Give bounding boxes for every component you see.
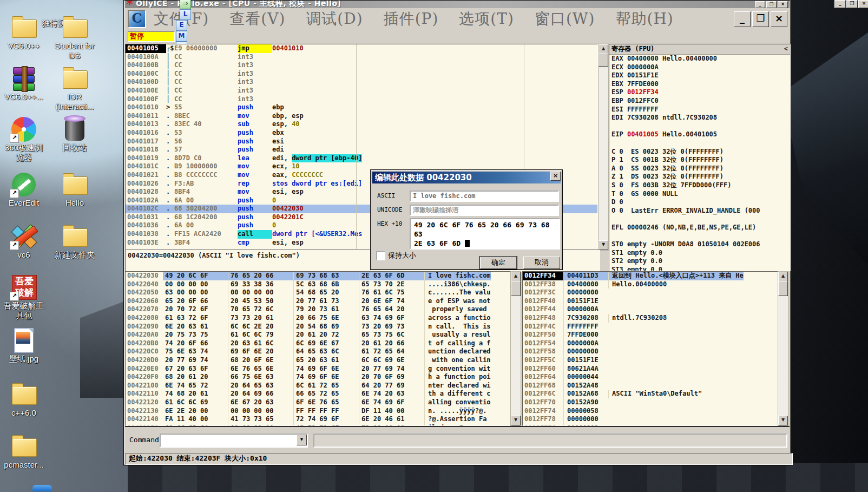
register-line[interactable]: S 0 FS 003B 32位 7FFDD000(FFF) [611, 181, 790, 190]
mdi-close-button[interactable]: × [771, 11, 787, 27]
register-line[interactable]: EDI 7C930208 ntdll.7C930208 [611, 114, 790, 122]
dump-row[interactable]: 004221306E 2E 20 0000 00 00 00FF FF FF F… [126, 407, 511, 416]
stack-row[interactable]: 0012FF540000000A [523, 339, 778, 348]
keep-size-checkbox[interactable] [376, 251, 385, 260]
scroll-down-icon[interactable]: ▼ [599, 240, 608, 250]
disasm-row[interactable]: 00401013.83EC 40subesp, 40 [126, 120, 597, 129]
chevron-down-icon[interactable]: ▼ [297, 435, 307, 445]
dump-row[interactable]: 00422140FA 11 40 0041 73 73 6572 74 69 6… [126, 415, 511, 424]
disasm-row[interactable]: 00401018.57pushedi [126, 146, 597, 154]
desktop-icon--jpg[interactable]: 壁纸.jpg [0, 328, 48, 364]
scroll-up-icon[interactable]: ▲ [778, 272, 788, 281]
disasm-row[interactable]: 00401017.56pushesi [126, 137, 597, 146]
desktop-icon--[interactable]: 回收站 [51, 117, 98, 153]
register-line[interactable]: ST2 empty 0.0 [611, 257, 790, 266]
register-line[interactable]: ST0 empty -UNORM D0A8 01050104 002E006 [611, 240, 790, 249]
desktop-icon-vc6-0-[interactable]: VC6.0++ [0, 15, 48, 51]
stack-row[interactable]: 0012FF7000152A90 [523, 398, 778, 407]
disasm-row[interactable]: 00401016.53pushebx [126, 129, 597, 137]
desktop-icon-vc6[interactable]: ↗vc6 [0, 224, 48, 260]
stack-row[interactable]: 0012FF6080621A4A [523, 365, 778, 373]
mdi-minimize-button[interactable]: _ [734, 11, 751, 27]
dump-row[interactable]: 0042212061 6C 6C 696E 67 20 636F 6E 76 6… [126, 398, 511, 407]
register-line[interactable] [611, 215, 790, 224]
menu-item-1[interactable]: 查看(V) [229, 10, 285, 28]
dump-row[interactable]: 004220B074 20 6F 6620 63 61 6C6C 69 6E 6… [126, 339, 511, 348]
stack-row[interactable]: 0012FF3800400000Hello.00400000 [523, 280, 778, 289]
stack-pane[interactable]: 0012FF34004011D3返回到 Hello.<模块入口点>+113 来自… [522, 271, 779, 426]
window-minimize-button[interactable]: _ [755, 1, 765, 8]
log-window-button[interactable]: L [180, 9, 191, 20]
disasm-row[interactable]: 00401005┌$E9 06000000jmp00401010 [126, 44, 597, 53]
disasm-row[interactable]: 0040100C│CCint3 [126, 70, 597, 78]
hex-input[interactable]: 49 20 6C 6F 76 65 20 66 69 73 68 63 2E 6… [410, 218, 560, 250]
desktop-icon-student-for-ds[interactable]: Student for DS [51, 15, 98, 61]
disassembly-scrollbar[interactable]: ▲ ▼ [598, 44, 609, 251]
desktop-icon-pcmaster-[interactable]: pcmaster... [0, 434, 48, 470]
desktop-icon--[interactable]: 吾爱 破解↗吾爱破解工 具包 [0, 275, 48, 320]
register-line[interactable]: EFL 00000246 (NO,NB,E,BE,NS,PE,GE,LE) [611, 224, 790, 232]
register-line[interactable]: ECX 0000000A [611, 63, 790, 72]
menu-item-5[interactable]: 窗口(W) [535, 10, 595, 28]
executables-window-button[interactable]: E [176, 20, 187, 31]
scroll-up-icon[interactable]: ▲ [599, 44, 608, 54]
scroll-thumb[interactable] [599, 54, 608, 67]
disasm-row[interactable]: 00401010>55pushebp [126, 103, 597, 112]
collapse-icon[interactable]: < [784, 45, 788, 54]
stack-scrollbar[interactable]: ▲ ▼ [778, 271, 788, 426]
register-line[interactable]: T 0 GS 0000 NULL [611, 190, 790, 199]
register-line[interactable]: O 0 LastErr ERROR_INVALID_HANDLE (000 [611, 207, 790, 215]
dump-row[interactable]: 004220F068 20 61 2066 75 6E 6374 69 6F 6… [126, 373, 511, 382]
register-line[interactable]: EAX 00400000 Hello.00400000 [611, 55, 790, 63]
menu-item-6[interactable]: 帮助(H) [616, 10, 674, 28]
stack-row[interactable]: 0012FF7400000058 [523, 407, 778, 416]
desktop-icon-360-[interactable]: ↗360极速浏 览器 [0, 117, 48, 162]
register-line[interactable]: ST3 empty 0.0 [611, 266, 790, 271]
mdi-restore-button[interactable]: ❐ [752, 11, 769, 27]
register-line[interactable]: EDX 00151F1E [611, 71, 790, 80]
bg-close-button[interactable]: × [858, 0, 868, 8]
stack-row[interactable]: 0012FF7800000000 [523, 415, 778, 424]
stack-row[interactable]: 0012FF4CFFFFFFFF [523, 323, 778, 331]
dump-row[interactable]: 004220C075 6E 63 7469 6F 6E 2064 65 63 6… [126, 347, 511, 356]
dump-row[interactable]: 0042211074 68 20 6120 64 69 6666 65 72 6… [126, 390, 511, 398]
stack-row[interactable]: 0012FF487C930208ntdll.7C930208 [523, 314, 778, 323]
dialog-title-bar[interactable]: 编辑此处数据 00422030 [372, 172, 561, 183]
desktop-icon-hello[interactable]: Hello [51, 172, 98, 208]
stack-row[interactable]: 0012FF6C00152A68ASCII "WinSta0\Default" [523, 390, 778, 398]
register-line[interactable]: Z 1 DS 0023 32位 0(FFFFFFFF) [611, 173, 790, 181]
desktop-icon-idr-interacti-[interactable]: IDR (Interacti... [51, 66, 98, 111]
dump-row[interactable]: 0042204000 00 00 0069 33 38 365C 63 68 6… [126, 280, 511, 289]
dump-row[interactable]: 0042206065 20 6F 6620 45 53 5020 77 61 7… [126, 297, 511, 306]
desktop-icon-partial[interactable] [17, 485, 65, 492]
stack-row[interactable]: 0012FF440000000A [523, 305, 778, 314]
disasm-row[interactable]: 0040100D│CCint3 [126, 78, 597, 87]
dump-row[interactable]: 0042207020 70 72 6F70 65 72 6C79 20 73 6… [126, 305, 511, 314]
disasm-row[interactable]: 0040100E│CCint3 [126, 87, 597, 95]
stack-row[interactable]: 0012FF3C00000000 [523, 288, 778, 297]
cancel-button[interactable]: 取消 [523, 257, 560, 269]
register-line[interactable]: ESP 0012FF34 [611, 88, 790, 97]
register-line[interactable]: P 1 CS 001B 32位 0(FFFFFFFF) [611, 156, 790, 165]
register-line[interactable]: A 0 SS 0023 32位 0(FFFFFFFF) [611, 165, 790, 173]
desktop-icon-vc6-0-[interactable]: VC6.0++... [0, 66, 48, 102]
ok-button[interactable]: 确定 [480, 257, 517, 269]
scroll-up-icon[interactable]: ▲ [511, 272, 521, 281]
ascii-input[interactable]: I love fishc.com [410, 191, 559, 202]
register-line[interactable]: ST1 empty 0.0 [611, 249, 790, 258]
dump-row[interactable]: 0042205063 00 00 0000 00 00 0054 68 65 2… [126, 288, 511, 297]
title-bar[interactable]: * OllyICE - Hello.exe - [CPU - 主线程, 模块 -… [125, 1, 790, 8]
window-close-button[interactable]: × [778, 1, 788, 8]
registers-header[interactable]: 寄存器 (FPU) < [609, 44, 790, 55]
desktop-icon-c-6-0[interactable]: c++6.0 [0, 382, 48, 418]
stack-row[interactable]: 0012FF34004011D3返回到 Hello.<模块入口点>+113 来自… [523, 272, 778, 280]
window-maximize-button[interactable]: ❐ [766, 1, 777, 8]
disasm-row[interactable]: 0040100F│CCint3 [126, 95, 597, 104]
hex-dump-pane[interactable]: 0042203049 20 6C 6F76 65 20 6669 73 68 6… [125, 271, 511, 426]
memory-window-button[interactable]: M [176, 31, 187, 42]
scroll-thumb[interactable] [511, 281, 521, 296]
menu-item-3[interactable]: 插件(P) [384, 10, 439, 28]
register-line[interactable] [611, 139, 790, 148]
disasm-row[interactable]: 0040100B│CCint3 [126, 61, 597, 70]
unicode-input[interactable]: 潬敶映獩捨挮浯 [410, 205, 559, 216]
